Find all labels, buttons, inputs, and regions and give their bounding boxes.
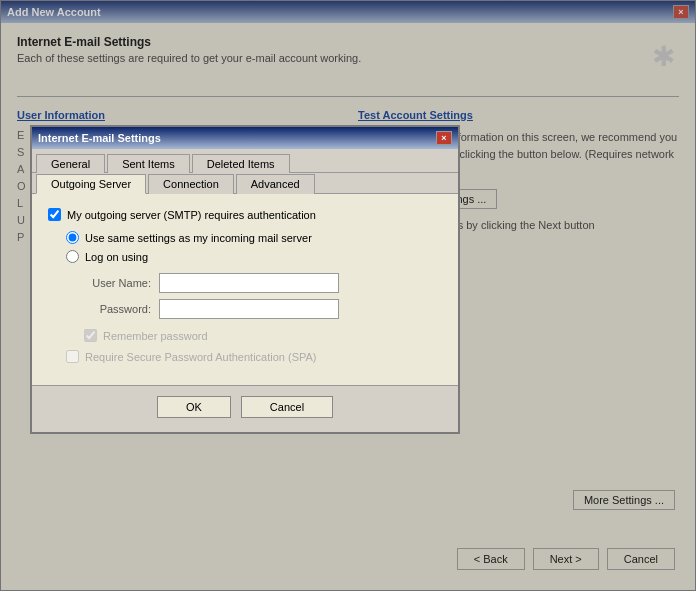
remember-label: Remember password (103, 330, 208, 342)
tab-deleted-items[interactable]: Deleted Items (192, 154, 290, 173)
tabs-row-1: General Sent Items Deleted Items (32, 149, 458, 173)
modal-body: My outgoing server (SMTP) requires authe… (32, 194, 458, 385)
tab-connection[interactable]: Connection (148, 174, 234, 194)
smtp-auth-row: My outgoing server (SMTP) requires authe… (48, 208, 442, 221)
tab-sent-items[interactable]: Sent Items (107, 154, 190, 173)
logon-fields: User Name: Password: (84, 273, 442, 319)
log-on-radio[interactable] (66, 250, 79, 263)
smtp-auth-label: My outgoing server (SMTP) requires authe… (67, 209, 316, 221)
spa-checkbox[interactable] (66, 350, 79, 363)
remember-row: Remember password (84, 329, 442, 342)
spa-label: Require Secure Password Authentication (… (85, 351, 317, 363)
modal-titlebar: Internet E-mail Settings × (32, 127, 458, 149)
modal-footer: OK Cancel (32, 385, 458, 432)
tab-general[interactable]: General (36, 154, 105, 173)
tab-advanced[interactable]: Advanced (236, 174, 315, 194)
username-label: User Name: (84, 277, 159, 289)
password-input[interactable] (159, 299, 339, 319)
same-settings-radio[interactable] (66, 231, 79, 244)
same-settings-label: Use same settings as my incoming mail se… (85, 232, 312, 244)
modal-close-button[interactable]: × (436, 131, 452, 145)
same-settings-row: Use same settings as my incoming mail se… (66, 231, 442, 244)
username-input[interactable] (159, 273, 339, 293)
remember-checkbox[interactable] (84, 329, 97, 342)
tab-outgoing-server[interactable]: Outgoing Server (36, 174, 146, 194)
spa-row: Require Secure Password Authentication (… (66, 350, 442, 363)
modal-overlay: Internet E-mail Settings × General Sent … (0, 0, 696, 591)
password-label: Password: (84, 303, 159, 315)
modal-title: Internet E-mail Settings (38, 132, 161, 144)
username-row: User Name: (84, 273, 442, 293)
radio-group: Use same settings as my incoming mail se… (66, 231, 442, 263)
log-on-label: Log on using (85, 251, 148, 263)
modal-window: Internet E-mail Settings × General Sent … (30, 125, 460, 434)
password-row: Password: (84, 299, 442, 319)
tabs-row-2: Outgoing Server Connection Advanced (32, 173, 458, 194)
cancel-button-modal[interactable]: Cancel (241, 396, 333, 418)
log-on-row: Log on using (66, 250, 442, 263)
smtp-auth-checkbox[interactable] (48, 208, 61, 221)
ok-button[interactable]: OK (157, 396, 231, 418)
